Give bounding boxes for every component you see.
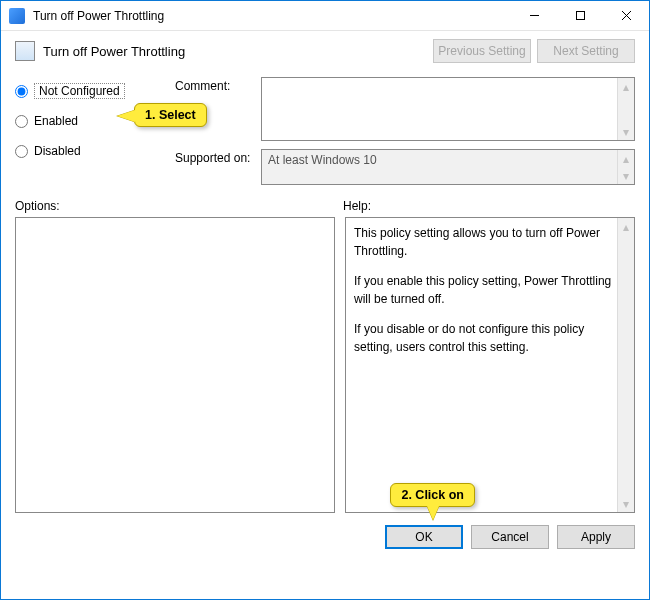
radio-enabled-label: Enabled xyxy=(34,114,78,128)
help-text-3: If you disable or do not configure this … xyxy=(354,320,612,356)
radio-disabled-label: Disabled xyxy=(34,144,81,158)
radio-enabled-input[interactable] xyxy=(15,115,28,128)
help-text-1: This policy setting allows you to turn o… xyxy=(354,224,612,260)
supported-scrollbar[interactable]: ▴ ▾ xyxy=(617,150,634,184)
previous-setting-button[interactable]: Previous Setting xyxy=(433,39,531,63)
radio-not-configured-input[interactable] xyxy=(15,85,28,98)
help-box: This policy setting allows you to turn o… xyxy=(345,217,635,513)
annotation-click-on: 2. Click on xyxy=(390,483,475,507)
supported-on-label: Supported on: xyxy=(175,149,261,185)
radio-disabled[interactable]: Disabled xyxy=(15,141,175,161)
svg-rect-1 xyxy=(576,12,584,20)
upper-section: Not Configured Enabled Disabled Comment:… xyxy=(1,71,649,193)
scroll-up-icon: ▴ xyxy=(618,150,634,167)
radio-not-configured-label: Not Configured xyxy=(34,83,125,99)
ok-button[interactable]: OK xyxy=(385,525,463,549)
minimize-button[interactable] xyxy=(511,1,557,31)
scroll-down-icon: ▾ xyxy=(618,123,634,140)
window-title: Turn off Power Throttling xyxy=(33,9,511,23)
scroll-up-icon: ▴ xyxy=(618,78,634,95)
supported-on-value: At least Windows 10 xyxy=(268,153,377,167)
policy-header: Turn off Power Throttling Previous Setti… xyxy=(1,31,649,71)
titlebar: Turn off Power Throttling xyxy=(1,1,649,31)
state-radio-group: Not Configured Enabled Disabled xyxy=(15,77,175,193)
maximize-button[interactable] xyxy=(557,1,603,31)
options-label: Options: xyxy=(15,199,343,213)
options-box xyxy=(15,217,335,513)
radio-disabled-input[interactable] xyxy=(15,145,28,158)
next-setting-button[interactable]: Next Setting xyxy=(537,39,635,63)
scroll-down-icon: ▾ xyxy=(618,167,634,184)
app-icon xyxy=(9,8,25,24)
comment-scrollbar[interactable]: ▴ ▾ xyxy=(617,78,634,140)
radio-not-configured[interactable]: Not Configured xyxy=(15,81,175,101)
annotation-select: 1. Select xyxy=(134,103,207,127)
cancel-button[interactable]: Cancel xyxy=(471,525,549,549)
help-scrollbar[interactable]: ▴ ▾ xyxy=(617,218,634,512)
policy-title: Turn off Power Throttling xyxy=(43,44,427,59)
comment-textarea[interactable]: ▴ ▾ xyxy=(261,77,635,141)
help-label: Help: xyxy=(343,199,635,213)
supported-on-box: At least Windows 10 ▴ ▾ xyxy=(261,149,635,185)
apply-button[interactable]: Apply xyxy=(557,525,635,549)
policy-icon xyxy=(15,41,35,61)
scroll-up-icon: ▴ xyxy=(618,218,634,235)
scroll-down-icon: ▾ xyxy=(618,495,634,512)
help-text-2: If you enable this policy setting, Power… xyxy=(354,272,612,308)
close-button[interactable] xyxy=(603,1,649,31)
